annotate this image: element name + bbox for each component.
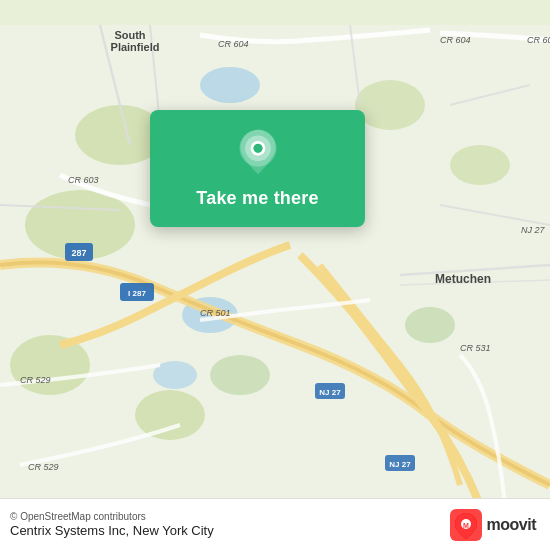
svg-point-7 xyxy=(450,145,510,185)
svg-point-3 xyxy=(135,390,205,440)
location-card: Take me there xyxy=(150,110,365,227)
svg-text:Metuchen: Metuchen xyxy=(435,272,491,286)
svg-text:I 287: I 287 xyxy=(128,289,146,298)
copyright-text: © OpenStreetMap contributors xyxy=(10,511,214,522)
bottom-bar: © OpenStreetMap contributors Centrix Sys… xyxy=(0,498,550,550)
svg-point-8 xyxy=(405,307,455,343)
svg-text:NJ 27: NJ 27 xyxy=(521,225,546,235)
svg-point-43 xyxy=(253,144,262,153)
svg-text:CR 501: CR 501 xyxy=(200,308,231,318)
map-container: 287 I 287 NJ 27 NJ 27 CR 603 CR 604 CR 6… xyxy=(0,0,550,550)
take-me-there-button[interactable]: Take me there xyxy=(196,186,318,211)
svg-text:CR 529: CR 529 xyxy=(20,375,51,385)
svg-text:CR 603: CR 603 xyxy=(68,175,99,185)
svg-text:CR 531: CR 531 xyxy=(460,343,491,353)
svg-text:CR 604: CR 604 xyxy=(440,35,471,45)
location-label: Centrix Systems Inc, New York City xyxy=(10,523,214,538)
svg-point-4 xyxy=(210,355,270,395)
map-background: 287 I 287 NJ 27 NJ 27 CR 603 CR 604 CR 6… xyxy=(0,0,550,550)
svg-text:NJ 27: NJ 27 xyxy=(389,460,411,469)
svg-text:South: South xyxy=(114,29,145,41)
svg-text:CR 60: CR 60 xyxy=(527,35,550,45)
location-pin-icon xyxy=(234,128,282,176)
svg-text:CR 529: CR 529 xyxy=(28,462,59,472)
svg-text:M: M xyxy=(463,522,469,529)
svg-text:NJ 27: NJ 27 xyxy=(319,388,341,397)
moovit-logo: M moovit xyxy=(450,509,536,541)
moovit-brand-name: moovit xyxy=(487,516,536,534)
svg-text:Plainfield: Plainfield xyxy=(111,41,160,53)
moovit-brand-icon: M xyxy=(450,509,482,541)
svg-point-9 xyxy=(200,67,260,103)
bottom-left-info: © OpenStreetMap contributors Centrix Sys… xyxy=(10,511,214,538)
svg-point-6 xyxy=(355,80,425,130)
svg-text:287: 287 xyxy=(71,248,86,258)
svg-text:CR 604: CR 604 xyxy=(218,39,249,49)
